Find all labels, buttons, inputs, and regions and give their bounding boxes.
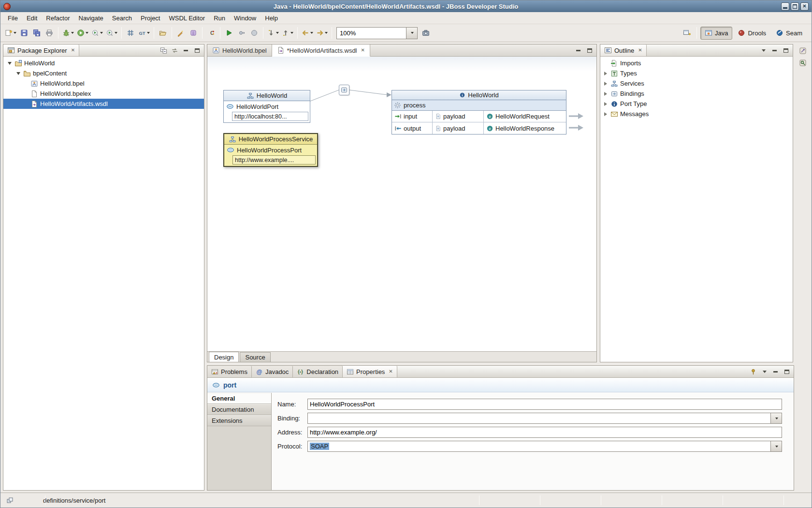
name-field[interactable]	[310, 401, 780, 408]
perspective-drools-button[interactable]: Drools	[733, 27, 770, 40]
menu-project[interactable]: Project	[136, 13, 164, 23]
declaration-tab[interactable]: Declaration	[293, 366, 343, 377]
back-dropdown-button[interactable]	[300, 27, 315, 40]
link-with-editor-button[interactable]	[170, 46, 179, 55]
close-view-icon[interactable]: ✕	[389, 369, 392, 374]
address-field[interactable]	[310, 429, 780, 436]
close-window-button[interactable]: ✕	[800, 2, 809, 11]
io-param-cell[interactable]: payload	[433, 111, 484, 122]
tree-item-helloworld-project[interactable]: HelloWorld	[3, 58, 204, 68]
minimize-view-button[interactable]	[770, 46, 779, 55]
section-extensions[interactable]: Extensions	[207, 415, 271, 426]
problems-tab[interactable]: Problems	[207, 366, 252, 377]
tree-item-helloworld-bpelex[interactable]: HelloWorld.bpelex	[3, 89, 204, 99]
minimize-view-button[interactable]	[181, 46, 190, 55]
outline-tab[interactable]: Outline ✕	[600, 45, 647, 56]
menu-help[interactable]: Help	[261, 13, 282, 23]
open-resource-button[interactable]	[157, 27, 169, 40]
maximize-view-button[interactable]	[192, 46, 202, 55]
expander-icon[interactable]	[6, 62, 13, 65]
close-view-icon[interactable]: ✕	[71, 48, 75, 53]
zoom-dropdown-button[interactable]	[406, 28, 417, 39]
io-direction-cell[interactable]: input	[392, 111, 433, 122]
wsdl-binding-node[interactable]	[339, 85, 349, 95]
editor-tab-helloworld-bpel[interactable]: HelloWorld.bpel	[207, 45, 272, 56]
protocol-dropdown-button[interactable]	[770, 441, 782, 451]
menu-edit[interactable]: Edit	[22, 13, 42, 23]
external-tools-dropdown-button[interactable]	[104, 27, 119, 40]
next-annotation-button[interactable]	[266, 27, 280, 40]
expander-icon[interactable]	[603, 72, 609, 75]
debug-dropdown-button[interactable]	[61, 27, 75, 40]
save-all-button[interactable]	[30, 27, 43, 40]
close-view-icon[interactable]: ✕	[638, 48, 642, 53]
maximize-window-button[interactable]	[791, 2, 799, 11]
maximize-view-button[interactable]	[782, 367, 791, 376]
service-header[interactable]: HelloWorldProcessService	[224, 134, 317, 145]
wsdl-service-helloworldprocess-selected[interactable]: HelloWorldProcessService HelloWorldProce…	[223, 133, 318, 167]
io-type-cell[interactable]: HelloWorldResponse	[484, 122, 566, 134]
section-documentation[interactable]: Documentation	[207, 404, 271, 415]
editor-tab-helloworldartifacts-wsdl[interactable]: *HelloWorldArtifacts.wsdl ✕	[272, 45, 370, 57]
io-param-cell[interactable]: payload	[433, 122, 484, 134]
new-table-button[interactable]	[124, 27, 137, 40]
porttype-header[interactable]: HelloWorld	[392, 90, 566, 100]
maximize-editor-button[interactable]	[585, 46, 594, 55]
screenshot-button[interactable]	[420, 27, 432, 40]
protocol-selected-text[interactable]: SOAP	[310, 443, 329, 450]
run-config-dropdown-button[interactable]	[90, 27, 104, 40]
package-explorer-tab[interactable]: Package Explorer ✕	[3, 45, 79, 56]
expander-icon[interactable]	[603, 82, 609, 86]
io-direction-cell[interactable]: output	[392, 122, 433, 134]
outline-item-port-type[interactable]: Port Type	[600, 99, 793, 109]
forward-dropdown-button[interactable]	[315, 27, 329, 40]
gt-wizard-dropdown-button[interactable]	[137, 27, 151, 40]
new-wizard-button[interactable]	[3, 27, 18, 40]
pin-view-button[interactable]	[749, 367, 758, 376]
protocol-combo[interactable]: SOAP	[307, 441, 782, 452]
outline-item-messages[interactable]: Messages	[600, 109, 793, 119]
binding-field[interactable]	[310, 415, 780, 422]
zoom-input[interactable]	[337, 30, 406, 37]
source-tab[interactable]: Source	[240, 352, 270, 362]
wand-tool-button[interactable]	[174, 27, 187, 40]
outline-item-imports[interactable]: Imports	[600, 58, 793, 68]
open-perspective-button[interactable]	[681, 27, 693, 40]
menu-window[interactable]: Window	[230, 13, 261, 23]
javadoc-tab[interactable]: Javadoc	[252, 366, 293, 377]
menu-file[interactable]: File	[3, 13, 22, 23]
annotations-button[interactable]	[205, 27, 218, 40]
zoom-level-combo[interactable]	[336, 27, 418, 39]
expander-icon[interactable]	[603, 112, 609, 116]
close-editor-icon[interactable]: ✕	[361, 48, 365, 53]
wsdl-porttype-helloworld[interactable]: HelloWorld process input payload HelloWo…	[392, 90, 566, 134]
trim-stack-icon[interactable]	[6, 496, 14, 504]
export-jar-button[interactable]	[187, 27, 200, 40]
run-last-button[interactable]	[223, 27, 235, 40]
expander-icon[interactable]	[603, 92, 609, 96]
expander-icon[interactable]	[603, 102, 609, 106]
section-general[interactable]: General	[207, 393, 271, 404]
collapse-all-button[interactable]	[159, 46, 168, 55]
design-tab[interactable]: Design	[209, 352, 239, 362]
wsdl-design-canvas[interactable]: HelloWorld HelloWorldPort http://localho…	[207, 57, 596, 351]
outline-item-bindings[interactable]: Bindings	[600, 89, 793, 99]
save-button[interactable]	[18, 27, 30, 40]
tree-item-helloworldartifacts-wsdl[interactable]: HelloWorldArtifacts.wsdl	[3, 99, 204, 109]
minimize-editor-button[interactable]	[574, 46, 583, 55]
operation-output-row[interactable]: output payload HelloWorldResponse	[392, 122, 566, 134]
properties-tab[interactable]: Properties ✕	[343, 366, 397, 377]
menu-navigate[interactable]: Navigate	[74, 13, 108, 23]
expander-icon[interactable]	[15, 72, 21, 75]
tree-item-helloworld-bpel[interactable]: HelloWorld.bpel	[3, 78, 204, 89]
port-address[interactable]: http://www.example....	[232, 155, 316, 164]
outline-item-services[interactable]: Services	[600, 78, 793, 89]
maximize-view-button[interactable]	[781, 46, 790, 55]
view-menu-button[interactable]	[760, 367, 769, 376]
binding-dropdown-button[interactable]	[770, 413, 782, 423]
service-port-row[interactable]: HelloWorldPort	[224, 101, 310, 112]
step-config-button[interactable]	[235, 27, 248, 40]
perspective-java-button[interactable]: Java	[700, 27, 732, 40]
menu-wsdl-editor[interactable]: WSDL Editor	[164, 13, 209, 23]
perspective-seam-button[interactable]: Seam	[771, 27, 807, 40]
